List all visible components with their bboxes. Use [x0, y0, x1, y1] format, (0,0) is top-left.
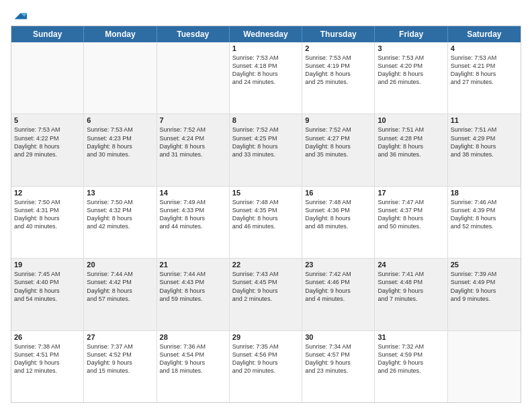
day-number: 30 — [305, 333, 371, 341]
calendar-cell-0-5: 3Sunrise: 7:53 AM Sunset: 4:20 PM Daylig… — [375, 42, 447, 113]
weekday-header-thursday: Thursday — [302, 26, 375, 42]
day-number: 17 — [378, 189, 444, 197]
cell-info-text: Sunrise: 7:44 AM Sunset: 4:42 PM Dayligh… — [87, 270, 153, 303]
calendar-cell-0-6: 4Sunrise: 7:53 AM Sunset: 4:21 PM Daylig… — [448, 42, 521, 113]
day-number: 27 — [87, 333, 153, 341]
cell-info-text: Sunrise: 7:38 AM Sunset: 4:51 PM Dayligh… — [14, 342, 81, 375]
cell-info-text: Sunrise: 7:36 AM Sunset: 4:54 PM Dayligh… — [160, 342, 226, 375]
day-number: 26 — [14, 333, 81, 341]
day-number: 9 — [305, 116, 371, 124]
cell-info-text: Sunrise: 7:43 AM Sunset: 4:45 PM Dayligh… — [232, 270, 299, 303]
calendar-cell-4-3: 29Sunrise: 7:35 AM Sunset: 4:56 PM Dayli… — [230, 331, 302, 402]
calendar-cell-1-0: 5Sunrise: 7:53 AM Sunset: 4:22 PM Daylig… — [11, 114, 84, 185]
day-number: 18 — [451, 189, 518, 197]
cell-info-text: Sunrise: 7:44 AM Sunset: 4:43 PM Dayligh… — [160, 270, 226, 303]
calendar-row-1: 5Sunrise: 7:53 AM Sunset: 4:22 PM Daylig… — [11, 114, 521, 186]
cell-info-text: Sunrise: 7:37 AM Sunset: 4:52 PM Dayligh… — [87, 342, 153, 375]
calendar-cell-3-2: 21Sunrise: 7:44 AM Sunset: 4:43 PM Dayli… — [157, 259, 230, 330]
cell-info-text: Sunrise: 7:35 AM Sunset: 4:56 PM Dayligh… — [232, 342, 299, 375]
day-number: 20 — [87, 261, 153, 269]
calendar-cell-2-5: 17Sunrise: 7:47 AM Sunset: 4:37 PM Dayli… — [375, 187, 447, 258]
cell-info-text: Sunrise: 7:52 AM Sunset: 4:25 PM Dayligh… — [232, 126, 299, 158]
day-number: 4 — [451, 44, 518, 52]
calendar-cell-1-1: 6Sunrise: 7:53 AM Sunset: 4:23 PM Daylig… — [84, 114, 157, 185]
cell-info-text: Sunrise: 7:52 AM Sunset: 4:24 PM Dayligh… — [160, 126, 226, 158]
day-number: 29 — [232, 333, 299, 341]
calendar-cell-0-0 — [11, 42, 84, 113]
day-number: 8 — [232, 116, 299, 124]
header — [11, 8, 521, 20]
day-number: 11 — [451, 116, 518, 124]
calendar-cell-3-1: 20Sunrise: 7:44 AM Sunset: 4:42 PM Dayli… — [84, 259, 157, 330]
calendar-cell-2-0: 12Sunrise: 7:50 AM Sunset: 4:31 PM Dayli… — [11, 187, 84, 258]
day-number: 12 — [14, 189, 81, 197]
weekday-header-tuesday: Tuesday — [157, 26, 230, 42]
calendar-cell-4-5: 31Sunrise: 7:32 AM Sunset: 4:59 PM Dayli… — [375, 331, 447, 402]
cell-info-text: Sunrise: 7:52 AM Sunset: 4:27 PM Dayligh… — [305, 126, 371, 158]
calendar-header: SundayMondayTuesdayWednesdayThursdayFrid… — [11, 26, 521, 42]
day-number: 14 — [160, 189, 226, 197]
calendar-cell-3-3: 22Sunrise: 7:43 AM Sunset: 4:45 PM Dayli… — [230, 259, 302, 330]
cell-info-text: Sunrise: 7:47 AM Sunset: 4:37 PM Dayligh… — [378, 198, 444, 231]
calendar-row-3: 19Sunrise: 7:45 AM Sunset: 4:40 PM Dayli… — [11, 259, 521, 330]
day-number: 6 — [87, 116, 153, 124]
day-number: 24 — [378, 261, 444, 269]
day-number: 22 — [232, 261, 299, 269]
page: SundayMondayTuesdayWednesdayThursdayFrid… — [0, 0, 532, 411]
day-number: 2 — [305, 44, 371, 52]
cell-info-text: Sunrise: 7:34 AM Sunset: 4:57 PM Dayligh… — [305, 342, 371, 375]
calendar-row-0: 1Sunrise: 7:53 AM Sunset: 4:18 PM Daylig… — [11, 42, 521, 114]
cell-info-text: Sunrise: 7:50 AM Sunset: 4:32 PM Dayligh… — [87, 198, 153, 231]
cell-info-text: Sunrise: 7:53 AM Sunset: 4:18 PM Dayligh… — [232, 54, 299, 87]
cell-info-text: Sunrise: 7:53 AM Sunset: 4:22 PM Dayligh… — [14, 126, 81, 158]
calendar-cell-2-2: 14Sunrise: 7:49 AM Sunset: 4:33 PM Dayli… — [157, 187, 230, 258]
day-number: 28 — [160, 333, 226, 341]
calendar-cell-1-4: 9Sunrise: 7:52 AM Sunset: 4:27 PM Daylig… — [302, 114, 375, 185]
cell-info-text: Sunrise: 7:53 AM Sunset: 4:19 PM Dayligh… — [305, 54, 371, 87]
calendar-cell-0-1 — [84, 42, 157, 113]
day-number: 16 — [305, 189, 371, 197]
calendar-cell-2-6: 18Sunrise: 7:46 AM Sunset: 4:39 PM Dayli… — [448, 187, 521, 258]
day-number: 15 — [232, 189, 299, 197]
calendar-cell-0-3: 1Sunrise: 7:53 AM Sunset: 4:18 PM Daylig… — [230, 42, 302, 113]
day-number: 10 — [378, 116, 444, 124]
day-number: 21 — [160, 261, 226, 269]
cell-info-text: Sunrise: 7:50 AM Sunset: 4:31 PM Dayligh… — [14, 198, 81, 231]
calendar-cell-4-2: 28Sunrise: 7:36 AM Sunset: 4:54 PM Dayli… — [157, 331, 230, 402]
calendar: SundayMondayTuesdayWednesdayThursdayFrid… — [11, 26, 521, 403]
calendar-cell-4-1: 27Sunrise: 7:37 AM Sunset: 4:52 PM Dayli… — [84, 331, 157, 402]
calendar-cell-0-4: 2Sunrise: 7:53 AM Sunset: 4:19 PM Daylig… — [302, 42, 375, 113]
day-number: 31 — [378, 333, 444, 341]
day-number: 23 — [305, 261, 371, 269]
day-number: 25 — [451, 261, 518, 269]
cell-info-text: Sunrise: 7:46 AM Sunset: 4:39 PM Dayligh… — [451, 198, 518, 231]
calendar-row-2: 12Sunrise: 7:50 AM Sunset: 4:31 PM Dayli… — [11, 187, 521, 259]
calendar-cell-2-3: 15Sunrise: 7:48 AM Sunset: 4:35 PM Dayli… — [230, 187, 302, 258]
calendar-cell-3-4: 23Sunrise: 7:42 AM Sunset: 4:46 PM Dayli… — [302, 259, 375, 330]
cell-info-text: Sunrise: 7:49 AM Sunset: 4:33 PM Dayligh… — [160, 198, 226, 231]
calendar-cell-2-1: 13Sunrise: 7:50 AM Sunset: 4:32 PM Dayli… — [84, 187, 157, 258]
calendar-cell-1-2: 7Sunrise: 7:52 AM Sunset: 4:24 PM Daylig… — [157, 114, 230, 185]
cell-info-text: Sunrise: 7:39 AM Sunset: 4:49 PM Dayligh… — [451, 270, 518, 303]
calendar-row-4: 26Sunrise: 7:38 AM Sunset: 4:51 PM Dayli… — [11, 331, 521, 402]
weekday-header-monday: Monday — [84, 26, 157, 42]
calendar-cell-1-3: 8Sunrise: 7:52 AM Sunset: 4:25 PM Daylig… — [230, 114, 302, 185]
calendar-cell-3-5: 24Sunrise: 7:41 AM Sunset: 4:48 PM Dayli… — [375, 259, 447, 330]
cell-info-text: Sunrise: 7:51 AM Sunset: 4:29 PM Dayligh… — [451, 126, 518, 158]
weekday-header-friday: Friday — [375, 26, 447, 42]
cell-info-text: Sunrise: 7:48 AM Sunset: 4:36 PM Dayligh… — [305, 198, 371, 231]
weekday-header-sunday: Sunday — [11, 26, 84, 42]
day-number: 3 — [378, 44, 444, 52]
calendar-cell-1-5: 10Sunrise: 7:51 AM Sunset: 4:28 PM Dayli… — [375, 114, 447, 185]
weekday-header-wednesday: Wednesday — [230, 26, 302, 42]
day-number: 19 — [14, 261, 81, 269]
cell-info-text: Sunrise: 7:45 AM Sunset: 4:40 PM Dayligh… — [14, 270, 81, 303]
cell-info-text: Sunrise: 7:53 AM Sunset: 4:21 PM Dayligh… — [451, 54, 518, 87]
cell-info-text: Sunrise: 7:32 AM Sunset: 4:59 PM Dayligh… — [378, 342, 444, 375]
cell-info-text: Sunrise: 7:41 AM Sunset: 4:48 PM Dayligh… — [378, 270, 444, 303]
calendar-cell-0-2 — [157, 42, 230, 113]
day-number: 13 — [87, 189, 153, 197]
cell-info-text: Sunrise: 7:51 AM Sunset: 4:28 PM Dayligh… — [378, 126, 444, 158]
cell-info-text: Sunrise: 7:53 AM Sunset: 4:23 PM Dayligh… — [87, 126, 153, 158]
logo-icon — [12, 8, 27, 23]
